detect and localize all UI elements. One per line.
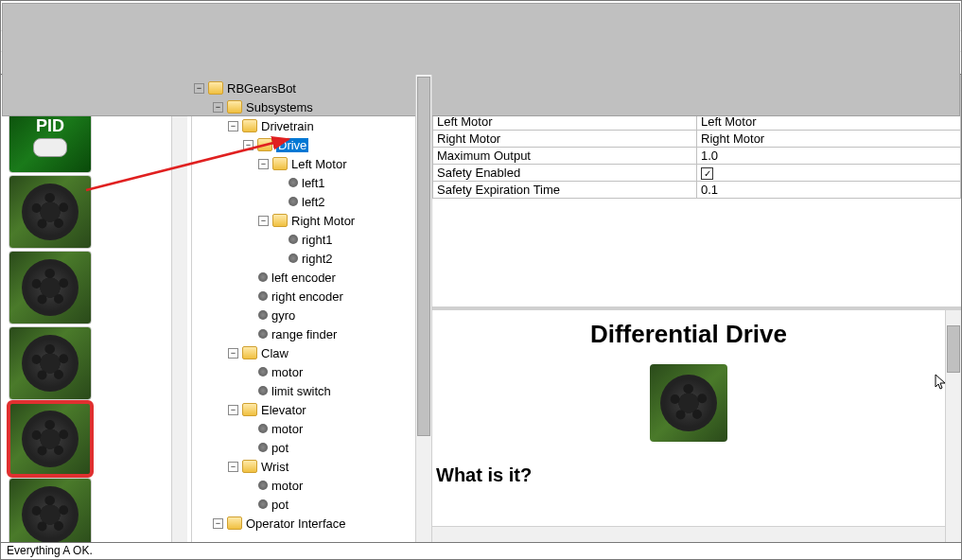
tree-left-motor[interactable]: −Left Motor	[194, 154, 413, 173]
property-name: Safety Enabled	[433, 165, 697, 182]
documentation-panel: Differential Drive What is it?	[432, 306, 961, 542]
component-icon	[258, 386, 268, 395]
tree-wrist-motor[interactable]: motor	[194, 476, 413, 495]
tree-label-selected: Drive	[276, 138, 308, 152]
tree-label: right2	[302, 252, 333, 266]
tree-label: pot	[271, 441, 289, 455]
tree-label: right encoder	[271, 289, 343, 304]
property-name: Maximum Output	[433, 148, 697, 165]
folder-icon	[227, 516, 242, 530]
tree-drive[interactable]: −Drive	[194, 135, 413, 154]
tree-label: left2	[302, 195, 325, 209]
checkbox-checked-icon[interactable]: ✓	[701, 167, 713, 180]
property-value-checkbox[interactable]: ✓	[697, 165, 961, 182]
property-name: Safety Expiration Time	[433, 182, 697, 199]
component-icon	[258, 329, 268, 339]
property-value[interactable]: Right Motor	[697, 131, 961, 148]
tree-gyro[interactable]: gyro	[194, 306, 413, 324]
doc-scrollbar-vertical[interactable]	[945, 310, 961, 542]
collapse-icon[interactable]: −	[228, 121, 238, 131]
collapse-icon[interactable]: −	[228, 462, 238, 472]
palette-controller-motor-3[interactable]	[9, 326, 92, 400]
wheel-icon	[22, 411, 79, 467]
tree-left-encoder[interactable]: left encoder	[194, 268, 413, 287]
palette-controller-motor-1[interactable]	[9, 175, 92, 249]
tree-wrist-pot[interactable]: pot	[194, 495, 413, 514]
tree-label: Claw	[261, 346, 289, 360]
property-row[interactable]: Maximum Output1.0	[433, 148, 961, 165]
property-name: Right Motor	[433, 131, 697, 148]
collapse-icon[interactable]: −	[213, 518, 223, 529]
tree-drivetrain[interactable]: −Drivetrain	[194, 116, 413, 135]
tree-left2[interactable]: left2	[194, 192, 413, 211]
collapse-icon[interactable]: −	[194, 83, 204, 94]
tree-label: Drivetrain	[261, 119, 314, 133]
folder-icon	[208, 81, 223, 95]
collapse-icon[interactable]: −	[258, 216, 269, 226]
tree-label: Elevator	[261, 403, 306, 417]
tree-claw-motor[interactable]: motor	[194, 362, 413, 381]
palette-panel: Controllers PID Sensors	[1, 75, 192, 542]
tree-range-finder[interactable]: range finder	[194, 324, 413, 343]
tree-elevator[interactable]: −Elevator	[194, 400, 413, 419]
wheel-icon	[22, 486, 79, 542]
palette-controller-motor-4[interactable]	[9, 478, 92, 542]
component-icon	[258, 291, 268, 301]
collapse-icon[interactable]: −	[228, 405, 238, 415]
palette-controller-motor-2[interactable]	[9, 251, 92, 324]
tree-scrollbar[interactable]	[415, 75, 431, 542]
tree-wrist[interactable]: −Wrist	[194, 457, 413, 476]
status-text: Everything A OK.	[7, 544, 93, 557]
folder-icon	[272, 157, 288, 170]
gamepad-icon	[33, 138, 67, 157]
wheel-icon	[22, 259, 79, 316]
tree-label: motor	[271, 365, 303, 379]
palette-scrollbar[interactable]	[171, 79, 187, 542]
wheel-icon	[22, 335, 79, 392]
tree-right-motor[interactable]: −Right Motor	[194, 211, 413, 230]
doc-image-differential-drive	[650, 364, 727, 442]
tree-label: right1	[302, 233, 333, 247]
tree-label: Left Motor	[291, 157, 347, 171]
tree-limit-switch[interactable]: limit switch	[194, 381, 413, 400]
palette-differential-drive[interactable]	[9, 402, 92, 476]
tree-elevator-pot[interactable]: pot	[194, 438, 413, 457]
tree-label: limit switch	[271, 384, 331, 398]
tree-panel: −RBGearsBot −Subsystems −Drivetrain −Dri…	[192, 75, 432, 542]
folder-icon	[227, 100, 242, 114]
tree-label: pot	[271, 498, 289, 512]
component-icon	[289, 254, 298, 263]
folder-icon	[242, 460, 257, 473]
wheel-icon	[22, 184, 79, 240]
doc-title: Differential Drive	[436, 320, 941, 349]
tree-label: left1	[302, 176, 325, 190]
tree-label: gyro	[271, 308, 295, 323]
tree-left1[interactable]: left1	[194, 173, 413, 192]
tree-subsystems[interactable]: −Subsystems	[194, 97, 413, 116]
property-value[interactable]: 0.1	[697, 182, 961, 199]
collapse-icon[interactable]: −	[228, 348, 238, 359]
property-row[interactable]: Right MotorRight Motor	[433, 131, 961, 148]
tree-claw[interactable]: −Claw	[194, 343, 413, 362]
tree-right2[interactable]: right2	[194, 249, 413, 268]
doc-heading: What is it?	[436, 464, 941, 486]
property-row[interactable]: Safety Expiration Time0.1	[433, 182, 961, 199]
tree-right-encoder[interactable]: right encoder	[194, 287, 413, 306]
collapse-icon[interactable]: −	[243, 140, 254, 150]
folder-icon	[272, 214, 288, 227]
collapse-icon[interactable]: −	[258, 159, 269, 169]
property-row[interactable]: Safety Enabled✓	[433, 165, 961, 182]
tree-right1[interactable]: right1	[194, 230, 413, 249]
tree-label: Operator Interface	[246, 516, 346, 531]
tree-label: left encoder	[271, 271, 336, 285]
wheel-icon	[660, 375, 717, 431]
tree-root[interactable]: −RBGearsBot	[194, 79, 413, 97]
collapse-icon[interactable]: −	[213, 102, 223, 113]
statusbar: Everything A OK.	[1, 542, 961, 559]
tree-operator-interface[interactable]: −Operator Interface	[194, 514, 413, 533]
property-value[interactable]: 1.0	[697, 148, 961, 165]
tree-label: motor	[271, 479, 303, 493]
doc-scrollbar-horizontal[interactable]	[432, 526, 945, 542]
tree-elevator-motor[interactable]: motor	[194, 419, 413, 438]
component-icon	[289, 178, 298, 187]
